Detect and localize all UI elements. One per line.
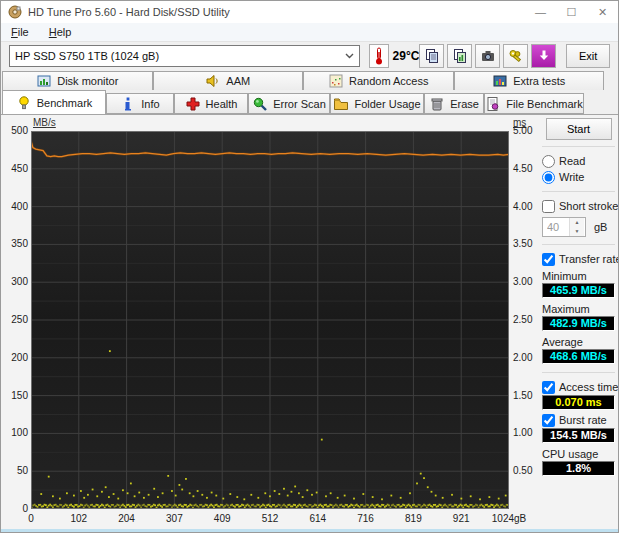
screenshot-button[interactable] — [475, 44, 500, 68]
tab-benchmark[interactable]: Benchmark — [2, 90, 106, 114]
y-axis-title: MB/s — [33, 117, 56, 128]
y-axis-tick: 150 — [7, 390, 28, 401]
chart-canvas — [31, 131, 509, 509]
short-stroke-label: Short stroke — [559, 200, 618, 212]
x-axis-tick: 614 — [309, 513, 326, 524]
average-label: Average — [542, 336, 615, 348]
speaker-icon — [205, 73, 221, 89]
short-stroke-size-field[interactable]: ▲ ▼ — [542, 217, 586, 237]
menu-file[interactable]: File — [9, 26, 31, 38]
spinner-up-icon[interactable]: ▲ — [570, 218, 584, 227]
app-window: HD Tune Pro 5.60 - Hard Disk/SSD Utility… — [0, 0, 619, 533]
write-radio-label: Write — [559, 171, 584, 183]
y2-axis-tick: 0.50 — [513, 465, 532, 476]
spinner-down-icon[interactable]: ▼ — [570, 227, 584, 236]
tab-extra-tests[interactable]: Extra tests — [454, 71, 605, 90]
y2-axis-tick: 1.50 — [513, 390, 532, 401]
separator — [542, 372, 615, 373]
maximum-label: Maximum — [542, 303, 615, 315]
copy-image-button[interactable] — [447, 44, 472, 68]
tab-disk-monitor[interactable]: Disk monitor — [2, 71, 153, 90]
x-axis-tick: 409 — [214, 513, 231, 524]
info-icon — [120, 96, 136, 112]
red-cross-icon — [185, 96, 201, 112]
options-button[interactable] — [503, 44, 528, 68]
copy-text-icon — [424, 48, 440, 64]
app-icon — [8, 5, 22, 19]
tab-folder-usage[interactable]: Folder Usage — [330, 93, 424, 114]
start-button[interactable]: Start — [546, 118, 612, 140]
update-button[interactable] — [531, 44, 556, 68]
tab-strip-primary: Benchmark Info Health Error Scan — [1, 90, 618, 114]
file-benchmark-icon — [485, 96, 501, 112]
tab-label: Health — [206, 98, 238, 110]
y2-axis-tick: 2.00 — [513, 352, 532, 363]
y2-axis-tick: 3.50 — [513, 238, 532, 249]
y2-axis-tick: 5.00 — [513, 125, 532, 136]
download-arrow-icon — [536, 48, 552, 64]
y-axis-tick: 450 — [7, 163, 28, 174]
thermometer-icon — [373, 47, 385, 65]
cpu-usage-value: 1.8% — [542, 461, 615, 476]
access-time-value: 0.070 ms — [542, 395, 615, 410]
y-axis-tick: 350 — [7, 238, 28, 249]
y2-axis-tick: 3.00 — [513, 276, 532, 287]
tab-aam[interactable]: AAM — [153, 71, 304, 90]
burst-rate-checkbox[interactable] — [542, 414, 555, 427]
exit-button[interactable]: Exit — [566, 44, 610, 68]
magnifier-icon — [252, 96, 268, 112]
y2-axis-tick: 1.00 — [513, 427, 532, 438]
tab-random-access[interactable]: Random Access — [303, 71, 454, 90]
access-time-checkbox[interactable] — [542, 381, 555, 394]
benchmark-chart: MB/s ms 5004504003503002502001501005005.… — [7, 117, 547, 529]
tab-label: AAM — [226, 75, 250, 87]
short-stroke-size-input[interactable] — [543, 218, 569, 236]
close-button[interactable]: ✕ — [587, 1, 618, 23]
title-bar: HD Tune Pro 5.60 - Hard Disk/SSD Utility… — [1, 1, 618, 23]
tab-info[interactable]: Info — [106, 93, 174, 114]
minimize-button[interactable]: — — [525, 1, 556, 23]
access-time-label: Access time — [559, 381, 618, 393]
short-stroke-checkbox[interactable] — [542, 200, 555, 213]
folder-icon — [333, 96, 349, 112]
menu-help[interactable]: Help — [47, 26, 74, 38]
minimum-label: Minimum — [542, 270, 615, 282]
tab-label: Random Access — [349, 75, 428, 87]
tab-label: Disk monitor — [57, 75, 118, 87]
tab-error-scan[interactable]: Error Scan — [248, 93, 330, 114]
temperature-indicator — [369, 44, 389, 68]
maximum-value: 482.9 MB/s — [542, 316, 615, 331]
transfer-rate-label: Transfer rate — [559, 253, 619, 265]
tab-file-benchmark[interactable]: File Benchmark — [484, 93, 584, 114]
transfer-rate-checkbox[interactable] — [542, 253, 555, 266]
maximize-button[interactable]: ☐ — [556, 1, 587, 23]
camera-icon — [480, 48, 496, 64]
short-stroke-unit-label: gB — [594, 221, 607, 233]
menu-bar: File Help — [1, 23, 618, 42]
separator — [542, 244, 615, 245]
y-axis-tick: 100 — [7, 427, 28, 438]
window-bottom-accent — [1, 529, 618, 532]
window-title: HD Tune Pro 5.60 - Hard Disk/SSD Utility — [28, 6, 525, 18]
keys-icon — [508, 48, 524, 64]
copy-text-button[interactable] — [419, 44, 444, 68]
tab-label: Folder Usage — [354, 98, 420, 110]
tab-erase[interactable]: Erase — [424, 93, 484, 114]
y-axis-tick: 200 — [7, 352, 28, 363]
drive-select[interactable]: HP SSD S750 1TB (1024 gB) — [9, 45, 360, 67]
copy-image-icon — [452, 48, 468, 64]
chevron-down-icon — [341, 46, 359, 66]
separator — [542, 146, 615, 147]
write-radio[interactable] — [542, 171, 555, 184]
y-axis-tick: 400 — [7, 201, 28, 212]
spinner-buttons[interactable]: ▲ ▼ — [569, 218, 584, 236]
read-radio[interactable] — [542, 155, 555, 168]
burst-rate-value: 154.5 MB/s — [542, 428, 615, 443]
y-axis-tick: 500 — [7, 125, 28, 136]
toolbar: HP SSD S750 1TB (1024 gB) 29°C — [1, 42, 618, 70]
tab-health[interactable]: Health — [174, 93, 248, 114]
y-axis-tick: 0 — [7, 503, 28, 514]
temperature-value: 29°C — [393, 49, 420, 63]
average-value: 468.6 MB/s — [542, 349, 615, 364]
read-radio-label: Read — [559, 155, 585, 167]
